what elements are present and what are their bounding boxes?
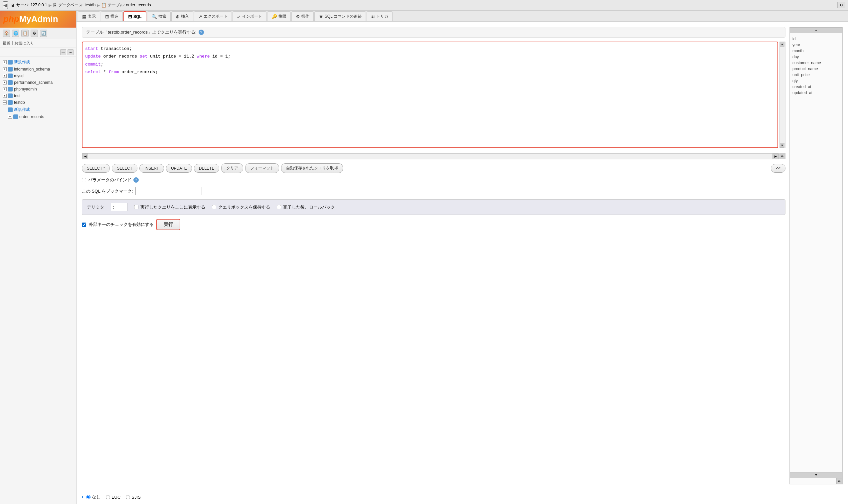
home-icon-btn[interactable]: 🏠 xyxy=(3,30,10,37)
format-button[interactable]: フォーマット xyxy=(245,163,279,173)
tab-browse[interactable]: ▦ 表示 xyxy=(78,11,100,21)
tab-tracking[interactable]: 👁 SQL コマンドの追跡 xyxy=(314,11,366,21)
col-customer-name[interactable]: customer_name xyxy=(792,60,840,66)
col-updated-at[interactable]: updated_at xyxy=(792,90,840,96)
gear-icon-btn[interactable]: ⚙ xyxy=(31,30,38,37)
col-month[interactable]: month xyxy=(792,48,840,54)
tab-privileges-label: 権限 xyxy=(278,14,286,19)
col-unit-price[interactable]: unit_price xyxy=(792,72,840,78)
tab-search[interactable]: 🔍 検索 xyxy=(147,11,171,21)
clear-button[interactable]: クリア xyxy=(221,163,243,173)
delimiter-input[interactable] xyxy=(111,203,127,211)
toggle-order-records[interactable]: + xyxy=(8,115,12,119)
hscroll-right-arrow[interactable]: ▶ xyxy=(773,154,778,159)
encoding-euc-label[interactable]: EUC xyxy=(106,495,121,500)
sidebar-item-information-schema[interactable]: + information_schema xyxy=(0,66,76,73)
rollback-check-label[interactable]: 完了した後、ロールバック xyxy=(277,204,335,210)
select-star-button[interactable]: SELECT * xyxy=(82,164,110,173)
tab-operations[interactable]: ⚙ 操作 xyxy=(291,11,314,21)
sidebar-item-test[interactable]: + test xyxy=(0,92,76,99)
sidebar-item-performance-schema[interactable]: + performance_schema xyxy=(0,79,76,86)
col-edit-icon[interactable]: ✏ xyxy=(836,478,842,484)
tab-privileges[interactable]: 🔑 権限 xyxy=(267,11,291,21)
col-scroll-up[interactable]: ▲ xyxy=(790,27,842,33)
col-product-name[interactable]: product_name xyxy=(792,66,840,72)
tab-insert[interactable]: ⊕ 挿入 xyxy=(171,11,193,21)
col-qty[interactable]: qty xyxy=(792,78,840,84)
param-help-icon[interactable]: ? xyxy=(133,177,139,183)
show-query-check-label[interactable]: 実行したクエリをここに表示する xyxy=(134,204,205,210)
hscroll-left-arrow[interactable]: ◀ xyxy=(82,154,88,159)
sidebar-item-mysql[interactable]: + mysql xyxy=(0,73,76,79)
sidebar-item-new2[interactable]: 新規作成 xyxy=(0,106,76,113)
main-content: テーブル「testdb.order_records」上でクエリを実行する: ? … xyxy=(76,22,848,490)
favorites-link[interactable]: お気に入り xyxy=(14,41,34,46)
encoding-euc-radio[interactable] xyxy=(106,495,110,499)
sql-button-row: SELECT * SELECT INSERT UPDATE DELETE クリア… xyxy=(82,163,786,173)
toggle-phpmyadmin[interactable]: + xyxy=(3,87,7,91)
sidebar-item-phpmyadmin[interactable]: + phpmyadmin xyxy=(0,86,76,92)
sidebar-logo-area: phpMyAdmin xyxy=(0,11,76,28)
col-year[interactable]: year xyxy=(792,42,840,48)
tab-sql[interactable]: ⊟ SQL xyxy=(123,11,146,21)
expand-sidebar-btn[interactable]: ∞ xyxy=(68,49,73,55)
tab-structure[interactable]: ⊞ 構造 xyxy=(101,11,123,21)
query-header-text: テーブル「testdb.order_records」上でクエリを実行する: xyxy=(86,29,197,35)
param-bind-checkbox[interactable] xyxy=(82,178,86,182)
col-day[interactable]: day xyxy=(792,54,840,60)
sidebar-item-order-records[interactable]: + order_records xyxy=(0,113,76,120)
show-query-checkbox[interactable] xyxy=(134,205,139,209)
structure-icon: ⊞ xyxy=(105,14,109,19)
scroll-down-arrow[interactable]: ▼ xyxy=(780,143,784,148)
insert-button[interactable]: INSERT xyxy=(139,164,164,173)
collapse-sidebar-btn[interactable]: — xyxy=(60,49,66,55)
tab-import[interactable]: ↙ インポート xyxy=(233,11,267,21)
auto-save-button[interactable]: 自動保存されたクエリを取得 xyxy=(281,163,343,173)
tab-export[interactable]: ↗ エクスポート xyxy=(194,11,232,21)
tracking-icon: 👁 xyxy=(319,14,323,19)
toggle-mysql[interactable]: + xyxy=(3,74,7,78)
sidebar-item-testdb[interactable]: — testdb xyxy=(0,99,76,106)
sidebar-item-new1[interactable]: + 新規作成 xyxy=(0,58,76,66)
bookmark-input[interactable] xyxy=(136,187,202,195)
toggle-performance-schema[interactable]: + xyxy=(3,80,7,85)
update-button[interactable]: UPDATE xyxy=(166,164,192,173)
scroll-up-arrow[interactable]: ▲ xyxy=(780,42,784,47)
col-created-at[interactable]: created_at xyxy=(792,84,840,90)
refresh-icon-btn[interactable]: 🔄 xyxy=(40,30,47,37)
collapse-button[interactable]: << xyxy=(771,164,786,173)
toggle-information-schema[interactable]: + xyxy=(3,67,7,71)
tab-triggers[interactable]: ≋ トリガ xyxy=(367,11,393,21)
encoding-none-label[interactable]: なし xyxy=(86,494,101,500)
tab-bar: ▦ 表示 ⊞ 構造 ⊟ SQL 🔍 検索 ⊕ 挿入 xyxy=(76,11,848,22)
encoding-sjis-label[interactable]: SJIS xyxy=(126,495,140,500)
encoding-sjis-radio[interactable] xyxy=(126,495,130,499)
fk-check-checkbox[interactable] xyxy=(82,222,86,227)
toggle-test[interactable]: + xyxy=(3,94,7,98)
tab-triggers-label: トリガ xyxy=(376,14,388,19)
keep-query-check-label[interactable]: クエリボックスを保持する xyxy=(212,204,270,210)
settings-button[interactable]: ⚙ xyxy=(837,2,845,8)
select-button[interactable]: SELECT xyxy=(112,164,138,173)
edit-icon[interactable]: ✏ xyxy=(779,153,786,159)
globe-icon-btn[interactable]: 🌐 xyxy=(12,30,19,37)
toggle-testdb[interactable]: — xyxy=(3,101,7,105)
keep-query-checkbox[interactable] xyxy=(212,205,216,209)
test-icon xyxy=(8,93,13,98)
rollback-checkbox[interactable] xyxy=(277,205,281,209)
execute-button[interactable]: 実行 xyxy=(156,219,180,230)
help-icon[interactable]: ? xyxy=(199,30,204,35)
back-button[interactable]: ◀ xyxy=(3,1,8,9)
bookmark-label: この SQL をブックマーク: xyxy=(82,188,133,194)
col-id[interactable]: id xyxy=(792,36,840,42)
testdb-icon xyxy=(8,100,13,105)
tab-operations-label: 操作 xyxy=(302,14,309,19)
encoding-none-radio[interactable] xyxy=(86,495,90,499)
recent-link[interactable]: 最近 xyxy=(3,41,11,46)
privileges-icon: 🔑 xyxy=(271,14,277,19)
delete-button[interactable]: DELETE xyxy=(194,164,220,173)
col-scroll-down[interactable]: ▼ xyxy=(790,472,842,478)
toggle-new1[interactable]: + xyxy=(3,60,7,64)
clipboard-icon-btn[interactable]: 📋 xyxy=(21,30,29,37)
hscroll-track xyxy=(88,154,773,159)
